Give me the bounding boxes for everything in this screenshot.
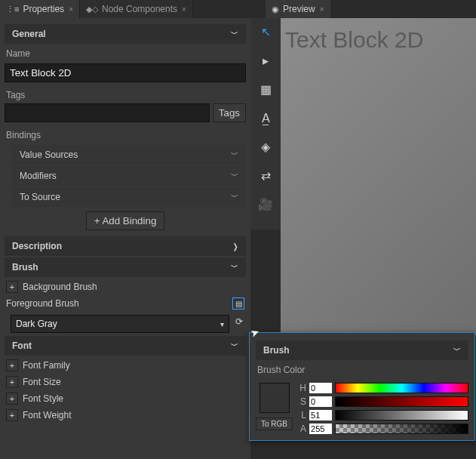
hue-slider[interactable] [335,383,468,393]
background-brush-row: + Background Brush [5,279,246,295]
h-label: H [299,383,306,393]
section-brush-label: Brush [12,262,38,273]
add-property-button[interactable]: + [6,409,18,421]
brush-color-label: Brush Color [256,362,468,378]
properties-panel: ⋮≡ Properties × ◆◇ Node Components × Gen… [0,0,250,459]
font-family-label: Font Family [23,360,244,371]
alpha-slider[interactable] [335,424,468,434]
tab-node-components-label: Node Components [102,4,177,14]
chevron-down-icon: ﹀ [231,149,238,160]
brush-editor-icon[interactable]: ▤ [232,297,244,310]
section-value-sources[interactable]: Value Sources ﹀ [12,145,246,165]
properties-icon: ⋮≡ [6,5,19,14]
preview-canvas[interactable]: Text Block 2D [281,18,476,335]
foreground-brush-row: Foreground Brush ▤ [5,295,246,312]
tab-preview-label: Preview [283,4,315,14]
section-description[interactable]: Description ❭ [5,236,246,256]
preview-tab-bar: ◉ Preview × [250,0,476,18]
chevron-down-icon: ﹀ [231,192,238,202]
chevron-down-icon: ﹀ [231,171,238,181]
section-font-label: Font [12,340,32,351]
chevron-right-icon: ❭ [232,242,238,251]
font-weight-label: Font Weight [23,410,244,420]
add-property-button[interactable]: + [6,359,18,371]
flyout-brush-label: Brush [263,345,290,356]
to-source-label: To Source [20,192,60,202]
chevron-down-icon: ﹀ [231,262,238,273]
chevron-down-icon: ﹀ [453,345,461,356]
saturation-slider[interactable] [335,396,468,407]
close-icon[interactable]: × [320,5,324,14]
foreground-brush-select[interactable]: Dark Gray ▾ [11,315,229,333]
tab-preview[interactable]: ◉ Preview × [266,0,330,18]
section-modifiers[interactable]: Modifiers ﹀ [12,166,246,186]
tags-input[interactable] [5,103,210,122]
a-label: A [299,424,306,434]
add-property-button[interactable]: + [6,281,18,293]
name-label: Name [5,45,246,62]
value-sources-label: Value Sources [20,149,78,160]
color-swatch[interactable] [259,383,290,413]
preview-toolbar: ↖ ▸ ▦ A̲ ◈ ⇄ 🎥 [250,18,281,230]
node-components-icon: ◆◇ [86,5,98,14]
font-size-label: Font Size [23,377,244,387]
tags-button[interactable]: Tags [213,103,246,122]
l-input[interactable] [309,410,332,420]
properties-body: General ﹀ Name Tags Tags Bindings Value … [0,18,250,428]
flyout-brush-header[interactable]: Brush ﹀ [256,340,468,360]
section-general[interactable]: General ﹀ [5,24,246,44]
foreground-brush-label: Foreground Brush [6,298,79,309]
name-input[interactable] [5,63,246,82]
chevron-down-icon: ▾ [220,320,224,328]
close-icon[interactable]: × [69,5,73,14]
s-input[interactable] [309,396,332,407]
section-to-source[interactable]: To Source ﹀ [12,187,246,207]
add-property-button[interactable]: + [6,376,18,388]
tab-properties[interactable]: ⋮≡ Properties × [0,0,80,18]
add-property-button[interactable]: + [6,393,18,405]
pointer-tool-icon[interactable]: ↖ [256,23,275,41]
h-input[interactable] [309,383,332,393]
close-icon[interactable]: × [182,5,186,14]
chevron-down-icon: ﹀ [231,340,238,351]
left-tab-bar: ⋮≡ Properties × ◆◇ Node Components × [0,0,250,18]
tags-label: Tags [5,87,246,103]
l-label: L [299,410,306,420]
section-description-label: Description [12,241,62,251]
grid-tool-icon[interactable]: ▦ [256,80,275,98]
add-binding-button[interactable]: + Add Binding [86,211,165,230]
layers-tool-icon[interactable]: ◈ [256,137,275,156]
tab-node-components[interactable]: ◆◇ Node Components × [80,0,193,18]
font-style-label: Font Style [23,393,244,404]
text-tool-icon[interactable]: A̲ [256,109,275,127]
chevron-down-icon: ﹀ [231,29,238,39]
s-label: S [299,396,306,407]
a-input[interactable] [309,424,332,434]
tab-properties-label: Properties [23,4,64,14]
modifiers-label: Modifiers [20,171,57,181]
preview-icon: ◉ [272,5,279,14]
bindings-label: Bindings [5,127,246,143]
lightness-slider[interactable] [335,410,468,420]
brush-value-label: Dark Gray [16,319,57,329]
brush-flyout: Brush ﹀ Brush Color To RGB H S L A [249,332,475,441]
section-font[interactable]: Font ﹀ [5,336,246,356]
canvas-text: Text Block 2D [281,18,476,62]
camera-tool-icon[interactable]: 🎥 [256,195,275,213]
reset-icon[interactable]: ⟳ [232,315,246,328]
section-brush[interactable]: Brush ﹀ [5,257,246,277]
background-brush-label: Background Brush [23,282,244,292]
to-rgb-button[interactable]: To RGB [256,417,293,430]
connect-tool-icon[interactable]: ⇄ [256,166,275,184]
section-general-label: General [12,29,46,39]
select-tool-icon[interactable]: ▸ [256,51,275,69]
